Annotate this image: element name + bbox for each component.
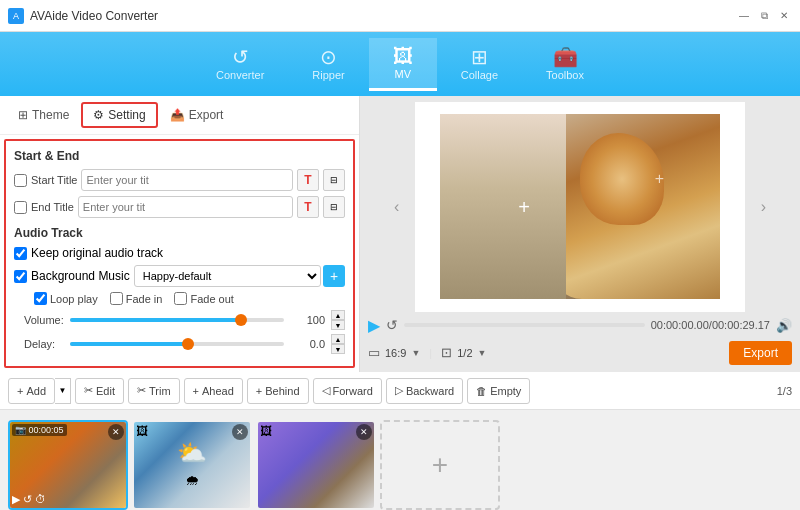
music-dropdown[interactable]: Happy-default Custom: [134, 265, 321, 287]
trim-button[interactable]: ✂ Trim: [128, 378, 180, 404]
nav-item-mv[interactable]: 🖼 MV: [369, 38, 437, 91]
item-1-rotate-icon[interactable]: ↺: [23, 493, 32, 506]
scale-dropdown-arrow[interactable]: ▼: [478, 348, 487, 358]
start-title-text-btn[interactable]: T: [297, 169, 319, 191]
delay-slider-fill: [70, 342, 188, 346]
converter-icon: ↺: [232, 47, 249, 67]
loop-fadein-fadeout-row: Loop play Fade in Fade out: [14, 292, 345, 305]
timeline-item-2[interactable]: ⛅🌧 ✕ 🖼: [132, 420, 252, 510]
scale-value: 1/2: [457, 347, 472, 359]
play-button[interactable]: ▶: [368, 316, 380, 335]
item-3-close-btn[interactable]: ✕: [356, 424, 372, 440]
forward-button[interactable]: ◁ Forward: [313, 378, 382, 404]
add-plus-icon: +: [17, 385, 23, 397]
nav-label-collage: Collage: [461, 69, 498, 81]
end-title-row: End Title T ⊟: [14, 196, 345, 218]
start-title-checkbox[interactable]: [14, 174, 27, 187]
add-dropdown-arrow[interactable]: ▼: [55, 378, 71, 404]
volume-icon[interactable]: 🔊: [776, 318, 792, 333]
item-1-play-icon[interactable]: ▶: [12, 493, 20, 506]
preview-plus2-icon: +: [655, 170, 664, 188]
tab-theme-label: Theme: [32, 108, 69, 122]
item-3-type-icon: 🖼: [260, 424, 272, 438]
volume-slider-thumb[interactable]: [235, 314, 247, 326]
ratio-value: 16:9: [385, 347, 406, 359]
item-2-close-btn[interactable]: ✕: [232, 424, 248, 440]
ratio-dropdown-arrow[interactable]: ▼: [411, 348, 420, 358]
progress-bar[interactable]: [404, 323, 645, 327]
empty-button[interactable]: 🗑 Empty: [467, 378, 530, 404]
bg-music-label: Background Music: [31, 269, 130, 283]
delay-value: 0.0: [290, 338, 325, 350]
export-icon: 📤: [170, 108, 185, 122]
loop-play-checkbox[interactable]: [34, 292, 47, 305]
audio-track-title: Audio Track: [14, 226, 345, 240]
bg-music-checkbox[interactable]: [14, 270, 27, 283]
add-music-btn[interactable]: +: [323, 265, 345, 287]
nav-item-collage[interactable]: ⊞ Collage: [437, 39, 522, 89]
behind-button[interactable]: + Behind: [247, 378, 309, 404]
preview-arrow-left[interactable]: ‹: [394, 198, 399, 216]
item-1-clock-icon[interactable]: ⏱: [35, 493, 46, 506]
preview-arrow-right[interactable]: ›: [761, 198, 766, 216]
nav-label-toolbox: Toolbox: [546, 69, 584, 81]
export-button[interactable]: Export: [729, 341, 792, 365]
trim-label: Trim: [149, 385, 171, 397]
fade-in-checkbox[interactable]: [110, 292, 123, 305]
delay-down-btn[interactable]: ▼: [331, 344, 345, 354]
video-camera-icon: 📷: [15, 425, 26, 435]
time-display: 00:00:00.00/00:00:29.17: [651, 319, 770, 331]
replay-button[interactable]: ↺: [386, 317, 398, 333]
add-button[interactable]: + Add: [8, 378, 55, 404]
start-title-num-btn[interactable]: ⊟: [323, 169, 345, 191]
toolbar-left: + Add ▼ ✂ Edit ✂ Trim + Ahead + Behind ◁…: [8, 378, 530, 404]
ratio-select: ▭ 16:9 ▼ | ⊡ 1/2 ▼: [368, 345, 486, 360]
fade-in-item: Fade in: [110, 292, 163, 305]
setting-gear-icon: ⚙: [93, 108, 104, 122]
behind-label: Behind: [265, 385, 299, 397]
edit-button[interactable]: ✂ Edit: [75, 378, 124, 404]
volume-down-btn[interactable]: ▼: [331, 320, 345, 330]
volume-spin: ▲ ▼: [331, 310, 345, 330]
volume-slider-track[interactable]: [70, 318, 284, 322]
nav-label-mv: MV: [394, 68, 411, 80]
toolbar: + Add ▼ ✂ Edit ✂ Trim + Ahead + Behind ◁…: [0, 372, 800, 410]
tab-theme[interactable]: ⊞ Theme: [8, 104, 79, 126]
panel-tabs: ⊞ Theme ⚙ Setting 📤 Export: [0, 96, 359, 135]
add-label: Add: [26, 385, 46, 397]
volume-slider-fill: [70, 318, 241, 322]
timeline-item-3[interactable]: ✕ 🖼: [256, 420, 376, 510]
end-title-num-btn[interactable]: ⊟: [323, 196, 345, 218]
start-title-input[interactable]: [81, 169, 293, 191]
volume-up-btn[interactable]: ▲: [331, 310, 345, 320]
nav-item-ripper[interactable]: ⊙ Ripper: [288, 39, 368, 89]
backward-icon: ▷: [395, 384, 403, 397]
timeline-item-1[interactable]: 📷 00:00:05 ✕ ▶ ↺ ⏱: [8, 420, 128, 510]
title-bar-left: A AVAide Video Converter: [8, 8, 158, 24]
restore-icon[interactable]: ⧉: [756, 8, 772, 24]
minimize-icon[interactable]: —: [736, 8, 752, 24]
nav-bar: ↺ Converter ⊙ Ripper 🖼 MV ⊞ Collage 🧰 To…: [0, 32, 800, 96]
audio-section: Audio Track Keep original audio track Ba…: [14, 226, 345, 354]
end-title-text-btn[interactable]: T: [297, 196, 319, 218]
close-icon[interactable]: ✕: [776, 8, 792, 24]
timeline-add-button[interactable]: +: [380, 420, 500, 510]
nav-item-converter[interactable]: ↺ Converter: [192, 39, 288, 89]
nav-item-toolbox[interactable]: 🧰 Toolbox: [522, 39, 608, 89]
end-title-input[interactable]: [78, 196, 293, 218]
tab-setting[interactable]: ⚙ Setting: [81, 102, 157, 128]
delay-slider-track[interactable]: [70, 342, 284, 346]
app-icon: A: [8, 8, 24, 24]
ahead-button[interactable]: + Ahead: [184, 378, 243, 404]
backward-button[interactable]: ▷ Backward: [386, 378, 463, 404]
item-1-close-btn[interactable]: ✕: [108, 424, 124, 440]
end-title-checkbox[interactable]: [14, 201, 27, 214]
delay-up-btn[interactable]: ▲: [331, 334, 345, 344]
timeline: 📷 00:00:05 ✕ ▶ ↺ ⏱ ⛅🌧 ✕ 🖼 ✕ 🖼 +: [0, 410, 800, 510]
keep-original-checkbox[interactable]: [14, 247, 27, 260]
tab-export[interactable]: 📤 Export: [160, 104, 234, 126]
fade-out-checkbox[interactable]: [174, 292, 187, 305]
forward-label: Forward: [333, 385, 373, 397]
toolbox-icon: 🧰: [553, 47, 578, 67]
delay-slider-thumb[interactable]: [182, 338, 194, 350]
